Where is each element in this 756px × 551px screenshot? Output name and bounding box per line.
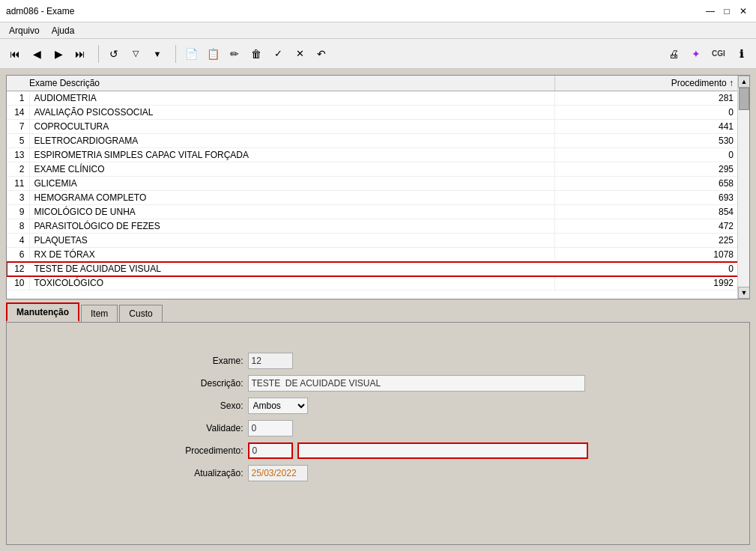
cell-desc: HEMOGRAMA COMPLETO: [29, 191, 555, 205]
cell-id: 2: [7, 162, 29, 177]
close-button[interactable]: ✕: [737, 4, 750, 18]
form-row-validade: Validade:: [169, 420, 588, 436]
cell-desc: TESTE DE ACUIDADE VISUAL: [29, 262, 555, 276]
exame-table: Exame Descrição Procedimento ↑ 1 AUDIOME…: [7, 76, 749, 290]
window-title: adm086 - Exame: [6, 6, 74, 16]
col-procedimento: Procedimento ↑: [555, 76, 749, 91]
cell-proc: 1078: [555, 248, 749, 262]
table-row[interactable]: 10 TOXICOLÓGICO 1992: [7, 276, 749, 290]
first-button[interactable]: ⏮: [4, 43, 25, 64]
check-button[interactable]: ✓: [267, 43, 288, 64]
cell-proc: 441: [555, 120, 749, 134]
undo-button[interactable]: ↶: [311, 43, 332, 64]
nav-group: ⏮ ◀ ▶ ⏭: [4, 43, 91, 64]
cell-id: 6: [7, 248, 29, 262]
table-row[interactable]: 11 GLICEMIA 658: [7, 177, 749, 191]
grid-container: Exame Descrição Procedimento ↑ 1 AUDIOME…: [6, 75, 750, 299]
main-area: Exame Descrição Procedimento ↑ 1 AUDIOME…: [0, 69, 756, 551]
col-exame: Exame Descrição: [7, 76, 555, 91]
table-row[interactable]: 2 EXAME CLÍNICO 295: [7, 162, 749, 177]
scroll-up-arrow[interactable]: ▲: [738, 76, 750, 88]
tab-item[interactable]: Item: [81, 305, 118, 322]
table-row[interactable]: 3 HEMOGRAMA COMPLETO 693: [7, 191, 749, 205]
prev-button[interactable]: ◀: [26, 43, 47, 64]
cell-id: 5: [7, 134, 29, 148]
table-row[interactable]: 1 AUDIOMETRIA 281: [7, 91, 749, 106]
sexo-label: Sexo:: [169, 401, 244, 411]
copy-button[interactable]: 📋: [202, 43, 223, 64]
form-section: Exame: Descrição: Sexo: Ambos Masculino …: [7, 338, 749, 481]
tab-content-manutencao: Exame: Descrição: Sexo: Ambos Masculino …: [6, 322, 750, 545]
cell-desc: MICOLÓGICO DE UNHA: [29, 205, 555, 219]
cell-desc: GLICEMIA: [29, 177, 555, 191]
table-row[interactable]: 4 PLAQUETAS 225: [7, 234, 749, 248]
minimize-button[interactable]: —: [704, 4, 717, 18]
procedimento-input[interactable]: [248, 442, 293, 459]
table-row[interactable]: 12 TESTE DE ACUIDADE VISUAL 0: [7, 262, 749, 276]
descricao-input[interactable]: [248, 375, 585, 392]
cell-desc: COPROCULTURA: [29, 120, 555, 134]
cell-proc: 854: [555, 205, 749, 219]
cell-id: 4: [7, 234, 29, 248]
cell-proc: 225: [555, 234, 749, 248]
procedimento-desc-input[interactable]: [297, 442, 588, 459]
table-row[interactable]: 7 COPROCULTURA 441: [7, 120, 749, 134]
table-row[interactable]: 13 ESPIROMETRIA SIMPLES CAPAC VITAL FORÇ…: [7, 148, 749, 162]
grid-scrollbar[interactable]: ▲ ▼: [737, 76, 749, 299]
star-button[interactable]: ✦: [686, 43, 707, 64]
filter2-button[interactable]: ▼: [147, 43, 168, 64]
new-button[interactable]: 📄: [181, 43, 202, 64]
scroll-down-arrow[interactable]: ▼: [738, 287, 750, 299]
cell-proc: 0: [555, 106, 749, 120]
delete-button[interactable]: 🗑: [246, 43, 267, 64]
menu-ajuda[interactable]: Ajuda: [46, 24, 81, 37]
cell-desc: ELETROCARDIOGRAMA: [29, 134, 555, 148]
cell-id: 11: [7, 177, 29, 191]
validade-input[interactable]: [248, 420, 293, 436]
table-row[interactable]: 8 PARASITOLÓGICO DE FEZES 472: [7, 219, 749, 234]
maximize-button[interactable]: □: [720, 4, 734, 18]
form-row-procedimento: Procedimento:: [169, 442, 588, 459]
cell-id: 7: [7, 120, 29, 134]
table-row[interactable]: 6 RX DE TÓRAX 1078: [7, 248, 749, 262]
tab-custo[interactable]: Custo: [119, 305, 162, 322]
cell-desc: ESPIROMETRIA SIMPLES CAPAC VITAL FORÇADA: [29, 148, 555, 162]
tab-header: Manutenção Item Custo: [6, 302, 750, 322]
procedimento-label: Procedimento:: [169, 445, 244, 456]
info-button[interactable]: ℹ: [731, 43, 752, 64]
exame-label: Exame:: [169, 356, 244, 366]
scroll-thumb[interactable]: [739, 88, 749, 110]
cgi-button[interactable]: CGI: [708, 43, 729, 64]
filter-button[interactable]: ▽: [125, 43, 146, 64]
menu-arquivo[interactable]: Arquivo: [3, 24, 46, 37]
form-row-sexo: Sexo: Ambos Masculino Feminino: [169, 398, 588, 414]
cell-proc: 0: [555, 262, 749, 276]
validade-label: Validade:: [169, 423, 244, 433]
cell-id: 8: [7, 219, 29, 234]
cell-id: 10: [7, 276, 29, 290]
last-button[interactable]: ⏭: [70, 43, 91, 64]
table-row[interactable]: 5 ELETROCARDIOGRAMA 530: [7, 134, 749, 148]
sep1: [98, 45, 99, 63]
cell-proc: 1992: [555, 276, 749, 290]
refresh-button[interactable]: ↺: [103, 43, 124, 64]
tab-manutencao[interactable]: Manutenção: [6, 302, 79, 322]
cell-desc: PLAQUETAS: [29, 234, 555, 248]
form-row-atualizacao: Atualização: 25/03/2022: [169, 465, 588, 481]
cell-proc: 472: [555, 219, 749, 234]
exame-input[interactable]: [248, 353, 293, 369]
edit-button[interactable]: ✏: [224, 43, 245, 64]
table-row[interactable]: 14 AVALIAÇÃO PSICOSSOCIAL 0: [7, 106, 749, 120]
cell-id: 3: [7, 191, 29, 205]
cell-desc: EXAME CLÍNICO: [29, 162, 555, 177]
action-group: 📄 📋 ✏ 🗑 ✓ ✕ ↶: [181, 43, 332, 64]
table-row[interactable]: 9 MICOLÓGICO DE UNHA 854: [7, 205, 749, 219]
next-button[interactable]: ▶: [48, 43, 69, 64]
cell-proc: 530: [555, 134, 749, 148]
toolbar: ⏮ ◀ ▶ ⏭ ↺ ▽ ▼ 📄 📋 ✏ 🗑 ✓ ✕ ↶ 🖨 ✦ CGI ℹ: [0, 39, 756, 69]
cancel-button[interactable]: ✕: [289, 43, 310, 64]
sexo-select[interactable]: Ambos Masculino Feminino: [248, 398, 308, 414]
cell-proc: 281: [555, 91, 749, 106]
menu-bar: Arquivo Ajuda: [0, 22, 756, 39]
print-button[interactable]: 🖨: [663, 43, 684, 64]
